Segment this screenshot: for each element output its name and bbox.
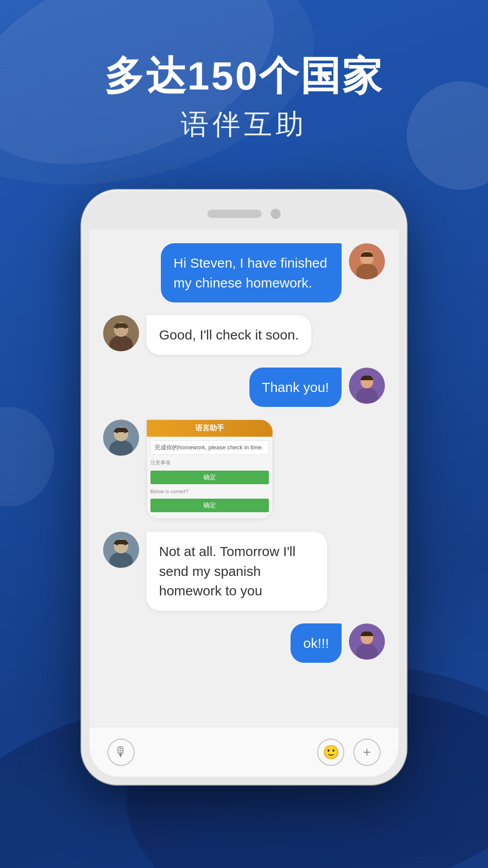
message-5: Not at all. Tomorrow I'll send my spanis… [103, 532, 385, 611]
avatar-male-2 [103, 420, 139, 456]
header-title: 多达150个国家 [0, 54, 488, 98]
mock-screenshot: 语言助手 完成你的homework, please check in time.… [146, 420, 273, 519]
bubble-6: ok!!! [291, 623, 342, 663]
message-2: Good, I'll check it soon. [103, 315, 385, 355]
mic-icon: 🎙 [114, 745, 128, 760]
add-button[interactable]: + [353, 739, 380, 766]
message-6: ok!!! [103, 623, 385, 663]
message-3: Thank you! [103, 368, 385, 407]
bubble-1: Hi Steven, I have finished my chinese ho… [161, 243, 342, 302]
screenshot-bubble: 语言助手 完成你的homework, please check in time.… [146, 420, 273, 519]
bubble-2: Good, I'll check it soon. [146, 315, 311, 355]
phone-mockup: Hi Steven, I have finished my chinese ho… [81, 190, 407, 785]
phone-inner-screen: Hi Steven, I have finished my chinese ho… [89, 198, 399, 777]
plus-icon: + [363, 745, 371, 760]
avatar-male-3 [103, 532, 139, 568]
bubble-5: Not at all. Tomorrow I'll send my spanis… [146, 532, 327, 611]
header: 多达150个国家 语伴互助 [0, 54, 488, 143]
message-4: 语言助手 完成你的homework, please check in time.… [103, 420, 385, 519]
avatar-female-3 [349, 623, 385, 660]
bubble-3: Thank you! [249, 368, 342, 407]
bg-blob-left [0, 407, 54, 506]
header-subtitle: 语伴互助 [0, 105, 488, 143]
camera-dot [271, 209, 281, 219]
speaker-bar [207, 210, 262, 218]
mock-ss-btn-1: 确定 [150, 471, 269, 484]
avatar-male-1 [103, 315, 139, 351]
message-1: Hi Steven, I have finished my chinese ho… [103, 243, 385, 302]
mock-ss-header: 语言助手 [147, 420, 272, 437]
chat-area: Hi Steven, I have finished my chinese ho… [89, 230, 399, 727]
avatar-female-2 [349, 368, 385, 404]
bottom-right-icons: 🙂 + [317, 739, 380, 766]
emoji-button[interactable]: 🙂 [317, 739, 344, 766]
mic-button[interactable]: 🎙 [108, 739, 135, 766]
mock-ss-label-1: 注意事项 [150, 458, 269, 468]
phone-top-bar [89, 198, 399, 230]
mock-ss-btn-2: 确定 [150, 499, 269, 512]
avatar-female-1 [349, 243, 385, 279]
mock-ss-body: 完成你的homework, please check in time. 注意事项… [147, 437, 272, 519]
mock-ss-question: Below is correct? [150, 487, 269, 496]
phone-outer-shell: Hi Steven, I have finished my chinese ho… [81, 190, 407, 785]
emoji-icon: 🙂 [323, 744, 339, 760]
mock-ss-row-1: 完成你的homework, please check in time. [150, 440, 269, 455]
chat-bottom-bar: 🎙 🙂 + [89, 727, 399, 777]
